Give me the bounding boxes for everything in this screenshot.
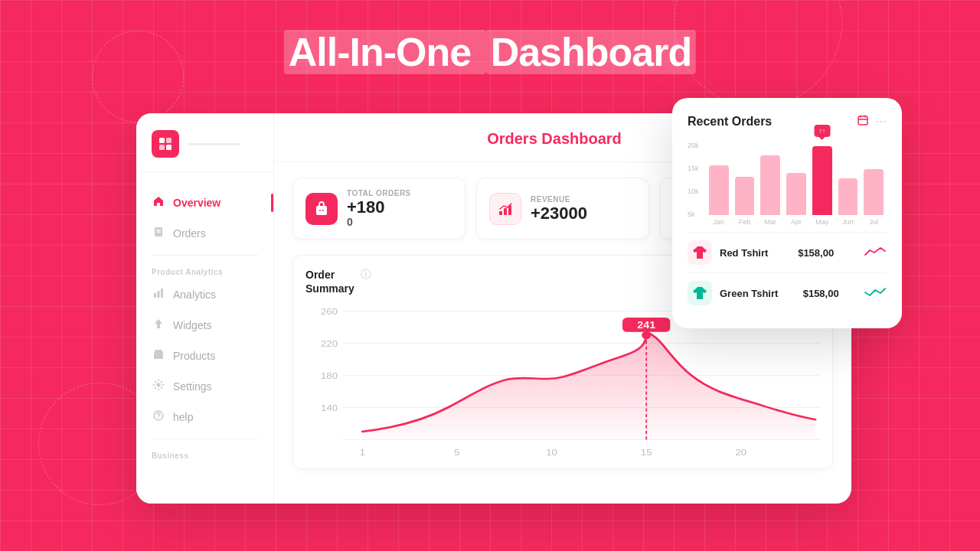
svg-rect-0 [159,138,165,143]
help-icon [152,409,165,425]
recent-orders-card: Recent Orders ··· 20k 15k 10k 5k Jan [672,98,902,328]
bar-apr [786,173,806,215]
bar-label-feb: Feb [739,218,751,226]
svg-text:180: 180 [321,371,338,381]
sidebar-header [136,113,273,172]
svg-point-22 [322,210,324,211]
sidebar-item-products[interactable]: Products [136,341,273,371]
svg-rect-23 [499,211,502,215]
nav-section-business: Business [136,445,273,463]
product-name-green: Green Tshirt [720,288,778,299]
revenue-icon [489,193,521,225]
stat-card-revenue: REVENUE +23000 [476,178,649,240]
sidebar-item-help[interactable]: help [136,402,273,432]
settings-icon [152,379,165,394]
sidebar-item-settings[interactable]: Settings [136,371,273,402]
products-icon [152,348,165,364]
bar-col-apr: Apr [786,173,806,226]
svg-text:260: 260 [321,307,338,317]
svg-point-13 [158,417,159,419]
product-name-red: Red Tshirt [720,247,768,259]
sidebar-item-overview[interactable]: Overview [136,187,273,218]
bar-chart-container: 20k 15k 10k 5k Jan Feb Mar [688,142,887,226]
svg-rect-46 [858,116,867,125]
nav-label-settings: Settings [173,380,212,393]
product-row-green-tshirt: Green Tshirt $158,00 [688,272,887,313]
svg-text:5: 5 [454,448,459,458]
nav-label-help: help [173,411,193,423]
recent-orders-icons: ··· [857,113,887,129]
bar-tooltip-may: ↑↑ [814,125,830,137]
total-orders-icon [305,193,338,225]
title-highlight: Dashboard [486,30,697,74]
svg-point-43 [642,331,651,340]
sidebar-logo [152,130,179,158]
recent-orders-calendar-icon[interactable] [857,114,869,129]
svg-point-21 [319,210,321,211]
product-thumb-green [688,281,712,305]
sidebar-item-orders[interactable]: Orders [136,218,273,249]
sidebar-logo-line [187,143,240,145]
svg-rect-6 [156,232,161,233]
svg-text:20: 20 [735,448,746,458]
nav-divider-1 [152,255,258,256]
recent-orders-header: Recent Orders ··· [688,113,887,129]
bar-label-apr: Apr [791,218,802,226]
bar-label-jun: Jun [842,218,854,226]
svg-point-11 [157,383,161,387]
analytics-icon [152,287,165,302]
bar-mar [760,155,780,215]
bar-may: ↑↑ [812,146,832,215]
home-icon [152,195,165,210]
svg-rect-3 [166,145,172,150]
recent-orders-title: Recent Orders [688,115,772,129]
stat-card-total-orders: TOTAL ORDERS +180 0 [292,178,466,240]
sidebar-item-widgets[interactable]: Widgets [136,310,273,341]
bar-col-jan: Jan [709,165,729,226]
product-info-red: Red Tshirt [688,240,768,265]
nav-label-products: Products [173,350,215,362]
product-trend-red [864,244,887,262]
bar-label-may: May [815,218,828,226]
svg-text:241: 241 [637,320,656,331]
product-price-red: $158,00 [798,247,834,259]
svg-text:1: 1 [360,448,365,458]
svg-rect-2 [159,145,165,150]
sidebar-nav: Overview Orders Product Analytics [136,172,273,504]
nav-divider-2 [152,439,258,439]
svg-rect-7 [154,293,156,298]
widgets-icon [152,318,165,333]
svg-rect-10 [154,353,163,359]
topbar-title: Orders Dashboard [487,130,622,148]
sidebar-item-analytics[interactable]: Analytics [136,279,273,310]
bar-chart: Jan Feb Mar Apr ↑↑ May [688,142,887,226]
svg-text:15: 15 [641,448,652,458]
chart-title: OrderSummary [305,268,354,295]
title-part1: All-In-One [284,30,486,74]
bar-col-jun: Jun [838,178,858,226]
chart-info-icon[interactable]: ⓘ [361,268,371,282]
bar-jan [709,165,729,215]
bar-label-mar: Mar [765,218,777,226]
product-row-red-tshirt: Red Tshirt $158,00 [688,232,887,272]
stat-value-total-orders: +180 [347,199,411,216]
nav-section-product-analytics: Product Analytics [136,262,273,279]
svg-text:220: 220 [321,339,338,349]
nav-label-widgets: Widgets [173,319,212,331]
bar-label-jul: Jul [869,218,878,226]
stat-text-total-orders: TOTAL ORDERS +180 0 [347,189,411,228]
nav-label-analytics: Analytics [173,289,216,301]
stat-value-revenue: +23000 [531,205,587,222]
stat-sub-total-orders: 0 [347,216,411,228]
bar-col-feb: Feb [735,177,755,226]
product-trend-green [864,285,887,302]
bar-col-jul: Jul [864,169,884,226]
recent-orders-more-icon[interactable]: ··· [875,113,887,129]
svg-text:10: 10 [546,448,557,458]
orders-icon [152,226,165,241]
stat-label-total-orders: TOTAL ORDERS [347,189,411,197]
bar-jun [838,178,858,215]
svg-rect-20 [316,206,327,215]
bar-feb [735,177,755,215]
nav-label-orders: Orders [173,227,206,240]
